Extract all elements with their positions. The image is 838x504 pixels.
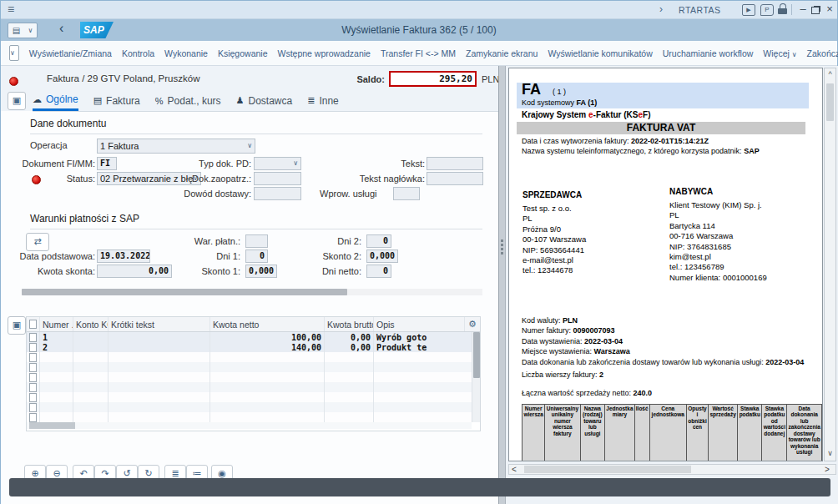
menu-item-ksiegowanie[interactable]: Księgowanie: [218, 48, 268, 58]
menu-item-wykonanie[interactable]: Wykonanie: [164, 48, 208, 58]
restore-button[interactable]: [810, 3, 821, 15]
column-header[interactable]: Numer ...: [40, 317, 73, 331]
tab-inne[interactable]: ≣Inne: [307, 95, 339, 107]
hscroll-thumb[interactable]: [524, 466, 691, 473]
cell-kwota-brutto: 0,00: [325, 332, 374, 342]
menu-item-workflow[interactable]: Uruchamianie workflow: [663, 48, 754, 58]
menu-item-end[interactable]: Zakończenie: [807, 48, 838, 58]
tab-podat-kurs[interactable]: %Podat., kurs: [155, 95, 221, 107]
dok-zaopatrz-field[interactable]: [254, 172, 301, 185]
column-header[interactable]: Konto KG: [73, 317, 109, 331]
preview-column-header: Numer wiersza: [522, 405, 545, 462]
table-row[interactable]: [27, 352, 480, 362]
saldo-field[interactable]: 295,20: [389, 71, 477, 87]
table-row[interactable]: [27, 372, 480, 382]
menu-item-more[interactable]: Więcej ∨: [763, 48, 796, 58]
column-header[interactable]: Kwota brutto: [325, 317, 374, 331]
panel-splitter[interactable]: [498, 66, 506, 504]
cell-krotki-tekst: [109, 332, 210, 342]
cell-kwota-netto: 100,00: [210, 332, 325, 342]
ksef-text: -Faktur (KS: [593, 110, 639, 119]
dowod-dostawy-field[interactable]: [254, 187, 301, 200]
row-checkbox[interactable]: [27, 332, 40, 342]
scroll-left-arrow[interactable]: <: [512, 465, 517, 474]
table-row[interactable]: [27, 392, 480, 402]
detail-line: Kod waluty: PLN: [522, 315, 804, 325]
tekst-field[interactable]: [427, 157, 483, 170]
column-header[interactable]: Kwota netto: [210, 317, 325, 331]
ksef-text: Krajowy System: [522, 110, 588, 119]
table-row[interactable]: [27, 402, 480, 412]
preview-column-header: Uniwersalny unikalny numer wiersza faktu…: [545, 405, 580, 462]
tab-label: Ogólne: [46, 93, 78, 105]
checkbox-icon: [29, 353, 37, 362]
tab-strip: ☁Ogólne ▤Faktura %Podat., kurs ♟Dostawca…: [33, 90, 498, 112]
scroll-down-arrow[interactable]: ∨: [825, 449, 835, 457]
typ-dok-dropdown[interactable]: ∨: [254, 157, 301, 170]
hscroll-thumb[interactable]: [22, 289, 347, 295]
created-line: Data i czas wytworzenia faktury: 2022-02…: [522, 137, 709, 145]
scroll-right-arrow[interactable]: >: [825, 465, 830, 474]
minimize-button[interactable]: –: [797, 3, 809, 15]
address-line: Numer klienta: 0001000169: [669, 273, 767, 283]
menu-item-display-change[interactable]: Wyświetlanie/Zmiana: [29, 48, 112, 58]
row-checkbox[interactable]: [27, 392, 40, 402]
table-expand-button[interactable]: ▣: [8, 316, 26, 335]
row-checkbox[interactable]: [27, 402, 40, 412]
system-bar: ≡ › RTARTAS ▶ P – ×: [1, 1, 837, 19]
row-checkbox[interactable]: [27, 372, 40, 382]
status-label: Status:: [1, 172, 95, 185]
gui-scripting-icon[interactable]: ▶: [742, 4, 755, 16]
column-header[interactable]: Krótki tekst: [109, 317, 210, 331]
preview-column-header: Cena jednostkowa: [649, 405, 686, 462]
table-row[interactable]: 2 140,00 0,00 Produkt te: [27, 342, 480, 352]
checkbox-icon: [29, 363, 37, 372]
dni2-field[interactable]: 0: [366, 234, 391, 248]
page-title: Wyświetlanie Faktura 362 (5 / 100): [1, 24, 837, 36]
tekst-naglowka-field[interactable]: [427, 172, 483, 185]
column-header[interactable]: Opis: [374, 317, 465, 331]
scroll-up-arrow[interactable]: ^: [825, 70, 835, 78]
lock-icon[interactable]: [778, 3, 788, 15]
table-settings-button[interactable]: ⚙: [465, 317, 480, 331]
skonto2-field[interactable]: 0,000: [366, 249, 398, 263]
row-checkbox[interactable]: [27, 412, 40, 422]
operacja-dropdown[interactable]: 1 Faktura∨: [97, 139, 255, 154]
chevron-down-icon: ∨: [10, 49, 15, 57]
row-checkbox[interactable]: [27, 342, 40, 352]
menu-item-zamykanie[interactable]: Zamykanie ekranu: [466, 48, 538, 58]
vscroll-thumb[interactable]: [473, 332, 480, 378]
hscroll-thumb[interactable]: [29, 422, 75, 429]
tab-ogolne[interactable]: ☁Ogólne: [33, 90, 78, 111]
dni-netto-field[interactable]: 0: [366, 265, 391, 278]
row-checkbox[interactable]: [27, 382, 40, 392]
vscroll-thumb[interactable]: [826, 83, 834, 121]
system-code-value: FA (1): [577, 98, 598, 107]
expand-button[interactable]: ▣: [8, 92, 26, 110]
table-row[interactable]: 1 100,00 0,00 Wyrób goto: [27, 332, 480, 342]
menu-item-wstepne[interactable]: Wstępne wprowadzanie: [277, 48, 370, 58]
table-row[interactable]: [27, 362, 480, 372]
row-checkbox[interactable]: [27, 362, 40, 372]
payment-propose-button[interactable]: ⇄: [26, 233, 49, 251]
tab-dostawca[interactable]: ♟Dostawca: [236, 95, 293, 107]
menu-item-transfer[interactable]: Transfer FI <-> MM: [381, 48, 456, 58]
title-bar: ▤ ∨ ‹ SAP Wyświetlanie Faktura 362 (5 / …: [1, 19, 837, 41]
chat-icon[interactable]: P: [760, 4, 774, 16]
tab-faktura[interactable]: ▤Faktura: [93, 95, 140, 107]
menu-item-komunikaty[interactable]: Wyświetlanie komunikatów: [548, 48, 652, 58]
preview-panel: FA ( 1 ) Kod systemowy FA (1) Krajowy Sy…: [506, 66, 838, 504]
menu-icon[interactable]: ≡: [8, 3, 14, 16]
more-label: Więcej: [763, 48, 790, 58]
chevron-right-icon[interactable]: ›: [659, 3, 663, 15]
close-button[interactable]: ×: [824, 3, 835, 15]
table-row[interactable]: [27, 412, 480, 422]
transaction-combobox[interactable]: ∨: [9, 45, 19, 61]
cell-kwota-netto: 140,00: [210, 342, 325, 352]
wprow-uslugi-field[interactable]: [393, 187, 420, 200]
menu-item-kontrola[interactable]: Kontrola: [122, 48, 154, 58]
row-checkbox[interactable]: [27, 352, 40, 362]
dokument-field[interactable]: FI: [97, 157, 117, 170]
select-all-checkbox[interactable]: [27, 317, 40, 331]
table-row[interactable]: [27, 382, 480, 392]
